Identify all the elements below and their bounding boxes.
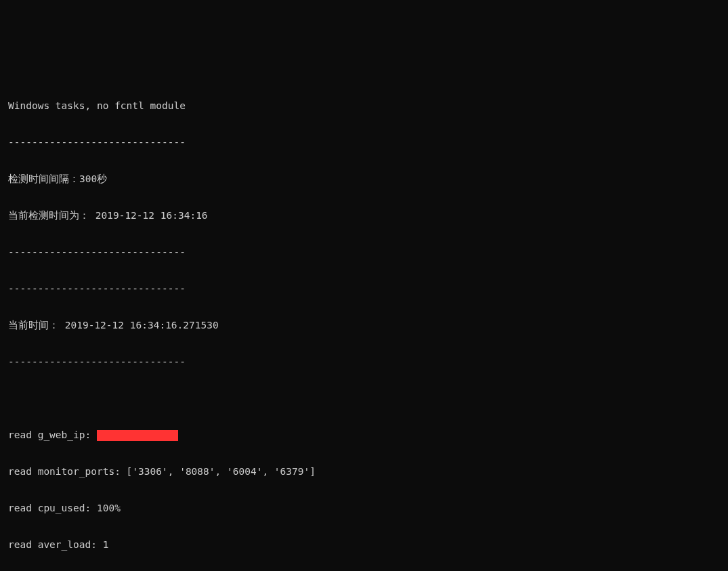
output-line: 当前时间： 2019-12-12 16:34:16.271530 [8, 316, 720, 335]
separator-line: ------------------------------ [8, 280, 720, 298]
output-line: 检测时间间隔：300秒 [8, 170, 720, 188]
output-line: Windows tasks, no fcntl module [8, 97, 720, 115]
output-line: 当前检测时间为： 2019-12-12 16:34:16 [8, 207, 720, 225]
output-line: read monitor_ports: ['3306', '8088', '60… [8, 463, 720, 481]
terminal-output: Windows tasks, no fcntl module ---------… [8, 79, 720, 571]
redacted-value [97, 430, 178, 441]
label-text: read g_web_ip: [8, 429, 97, 440]
output-line: read g_web_ip: [8, 426, 720, 444]
output-line: read cpu_used: 100% [8, 499, 720, 517]
separator-line: ------------------------------ [8, 353, 720, 371]
blank-line [8, 389, 720, 408]
separator-line: ------------------------------ [8, 133, 720, 152]
output-line: read aver_load: 1 [8, 536, 720, 554]
separator-line: ------------------------------ [8, 243, 720, 261]
